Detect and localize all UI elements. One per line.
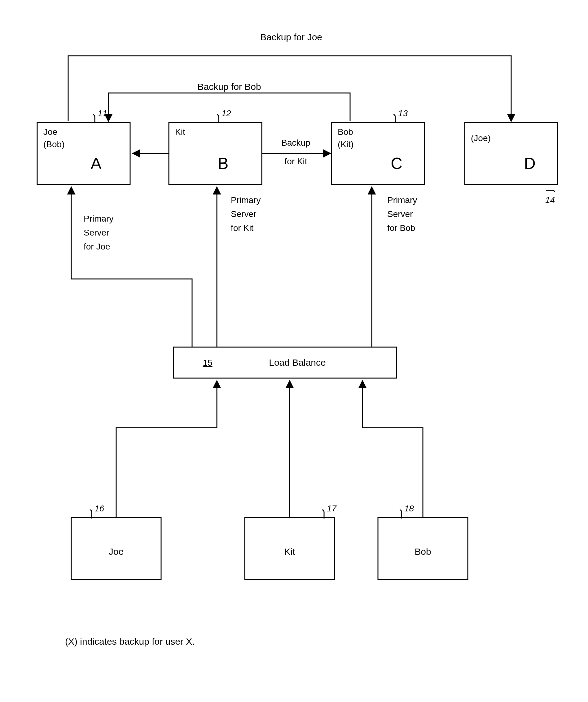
label-backup-kit-1: Backup: [281, 138, 310, 147]
client-joe-name: Joe: [109, 547, 124, 557]
server-a-letter: A: [91, 154, 102, 172]
client-kit-ref: 17: [327, 504, 337, 513]
load-balance-label: Load Balance: [269, 357, 326, 368]
server-c-letter: C: [391, 154, 403, 172]
label-backup-kit-2: for Kit: [284, 156, 307, 166]
client-bob-name: Bob: [415, 547, 431, 557]
legend-text: (X) indicates backup for user X.: [65, 636, 195, 647]
diagram-canvas: Backup for Joe Backup for Bob Joe (Bob) …: [0, 0, 588, 702]
server-d-letter: D: [524, 154, 536, 172]
ref-tick-14: [546, 190, 555, 192]
client-joe-ref: 16: [95, 504, 104, 513]
label-primary-kit-3: for Kit: [231, 223, 254, 233]
label-primary-bob-2: Server: [387, 209, 413, 219]
server-b-ref: 12: [222, 109, 232, 118]
load-balance-ref: 15: [202, 358, 212, 368]
server-c-user: Bob: [338, 127, 353, 137]
label-primary-joe-1: Primary: [84, 214, 113, 223]
label-primary-bob-3: for Bob: [387, 223, 415, 233]
server-a-backup: (Bob): [43, 139, 64, 149]
load-balance: 15 Load Balance: [173, 347, 397, 378]
label-primary-joe-3: for Joe: [84, 242, 110, 251]
server-b: Kit B 12: [169, 109, 262, 185]
server-d-backup: (Joe): [471, 133, 491, 143]
label-primary-kit-2: Server: [231, 209, 256, 219]
label-primary-bob-1: Primary: [387, 195, 417, 205]
server-c: Bob (Kit) C 13: [331, 109, 424, 185]
client-bob-ref: 18: [404, 504, 414, 513]
server-a-user: Joe: [43, 127, 57, 137]
label-primary-joe-2: Server: [84, 228, 109, 237]
label-backup-joe: Backup for Joe: [260, 32, 322, 42]
server-c-ref: 13: [398, 109, 408, 118]
label-primary-kit-1: Primary: [231, 195, 261, 205]
server-c-backup: (Kit): [338, 139, 353, 149]
arrow-joe-to-lb: [116, 381, 217, 517]
server-b-user: Kit: [175, 127, 185, 137]
client-kit: Kit 17: [245, 504, 337, 580]
server-d-ref: 14: [545, 195, 555, 205]
arrow-backup-joe: [68, 56, 511, 121]
label-backup-bob: Backup for Bob: [197, 82, 261, 92]
arrow-bob-to-lb: [362, 381, 423, 517]
server-d: (Joe) D 14: [465, 122, 558, 205]
server-b-letter: B: [218, 154, 229, 172]
arrow-lb-to-a: [71, 188, 192, 347]
svg-rect-3: [465, 122, 558, 185]
server-a: Joe (Bob) A 11: [37, 109, 130, 185]
client-kit-name: Kit: [284, 547, 295, 557]
server-a-ref: 11: [98, 109, 107, 118]
